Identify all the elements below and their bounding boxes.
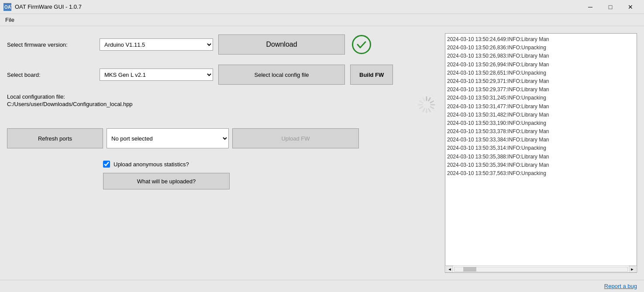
log-entry: 2024-03-10 13:50:26,994:INFO:Library Man: [447, 61, 635, 69]
log-entry: 2024-03-10 13:50:29,377:INFO:Library Man: [447, 86, 635, 94]
config-file-path: C:/Users/user/Downloads/Configuration_lo…: [7, 101, 94, 107]
minimize-button[interactable]: ─: [580, 0, 600, 14]
window-controls: ─ □ ✕: [580, 0, 641, 14]
window-title: OAT FirmWare GUI - 1.0.7: [15, 3, 580, 10]
statistics-section: Upload anonymous statistics? What will b…: [7, 161, 438, 189]
svg-line-3: [429, 98, 430, 101]
svg-line-7: [429, 109, 430, 112]
svg-line-6: [430, 107, 434, 109]
port-select[interactable]: No port selected: [107, 128, 229, 148]
log-entry: 2024-03-10 13:50:37,563:INFO:Unpacking: [447, 169, 635, 178]
spinner-icon: [418, 96, 435, 113]
log-entry: 2024-03-10 13:50:35,388:INFO:Library Man: [447, 153, 635, 161]
svg-line-10: [420, 107, 423, 109]
svg-line-12: [420, 101, 423, 103]
app-icon: OAT: [3, 3, 11, 11]
download-button[interactable]: Download: [218, 34, 345, 55]
svg-line-9: [423, 109, 425, 112]
log-entry: 2024-03-10 13:50:35,394:INFO:Library Man: [447, 161, 635, 169]
log-panel: 2024-03-10 13:50:24,649:INFO:Library Man…: [445, 33, 637, 273]
horizontal-scrollbar: ◄ ►: [445, 265, 637, 272]
footer: Report a bug: [0, 280, 644, 292]
log-entry: 2024-03-10 13:50:28,651:INFO:Unpacking: [447, 69, 635, 77]
log-entry: 2024-03-10 13:50:33,384:INFO:Library Man: [447, 136, 635, 144]
config-file-row: Local configuration file: C:/Users/user/…: [7, 93, 438, 116]
scroll-right-arrow[interactable]: ►: [629, 266, 636, 273]
close-button[interactable]: ✕: [620, 0, 641, 14]
log-entry: 2024-03-10 13:50:29,371:INFO:Library Man: [447, 77, 635, 86]
log-entry: 2024-03-10 13:50:26,836:INFO:Unpacking: [447, 44, 635, 52]
board-select[interactable]: MKS Gen L v2.1: [100, 69, 213, 81]
log-entry: 2024-03-10 13:50:31,477:INFO:Library Man: [447, 103, 635, 111]
menu-bar: File: [0, 14, 644, 26]
board-label: Select board:: [7, 72, 94, 78]
firmware-version-row: Select firmware version: Arduino V1.11.5…: [7, 33, 438, 56]
port-row: Refresh ports No port selected Upload FW: [7, 128, 438, 148]
log-entry: 2024-03-10 13:50:26,983:INFO:Library Man: [447, 52, 635, 60]
scroll-left-arrow[interactable]: ◄: [446, 266, 453, 273]
board-row: Select board: MKS Gen L v2.1 Select loca…: [7, 65, 438, 85]
log-entry: 2024-03-10 13:50:31,245:INFO:Unpacking: [447, 94, 635, 102]
build-fw-button[interactable]: Build FW: [350, 65, 393, 85]
menu-item-file[interactable]: File: [2, 16, 18, 24]
left-panel: Select firmware version: Arduino V1.11.5…: [7, 33, 438, 273]
spinner: [415, 93, 438, 116]
svg-line-4: [430, 101, 434, 103]
statistics-checkbox[interactable]: [103, 161, 110, 168]
log-entry: 2024-03-10 13:50:24,649:INFO:Library Man: [447, 35, 635, 44]
upload-fw-button[interactable]: Upload FW: [232, 128, 359, 148]
scroll-track[interactable]: [454, 267, 628, 272]
report-bug-link[interactable]: Report a bug: [604, 283, 637, 289]
log-entry: 2024-03-10 13:50:31,482:INFO:Library Man: [447, 111, 635, 119]
download-check-icon: [350, 33, 373, 56]
scroll-thumb: [463, 267, 476, 271]
log-content[interactable]: 2024-03-10 13:50:24,649:INFO:Library Man…: [445, 34, 637, 265]
what-uploaded-button[interactable]: What will be uploaded?: [103, 173, 230, 189]
title-bar: OAT OAT FirmWare GUI - 1.0.7 ─ □ ✕: [0, 0, 644, 14]
svg-line-13: [423, 98, 425, 101]
firmware-label: Select firmware version:: [7, 41, 94, 48]
select-config-button[interactable]: Select local config file: [218, 65, 345, 85]
config-file-label: Local configuration file:: [7, 93, 94, 100]
statistics-row: Upload anonymous statistics?: [7, 161, 438, 168]
main-content: Select firmware version: Arduino V1.11.5…: [0, 26, 644, 280]
statistics-label: Upload anonymous statistics?: [114, 161, 189, 168]
refresh-ports-button[interactable]: Refresh ports: [7, 128, 103, 148]
log-entry: 2024-03-10 13:50:33,378:INFO:Library Man: [447, 127, 635, 136]
maximize-button[interactable]: □: [600, 0, 620, 14]
svg-text:OAT: OAT: [4, 5, 11, 10]
log-entry: 2024-03-10 13:50:35,314:INFO:Unpacking: [447, 144, 635, 152]
log-entry: 2024-03-10 13:50:33,190:INFO:Unpacking: [447, 119, 635, 127]
firmware-select[interactable]: Arduino V1.11.5: [100, 38, 213, 51]
